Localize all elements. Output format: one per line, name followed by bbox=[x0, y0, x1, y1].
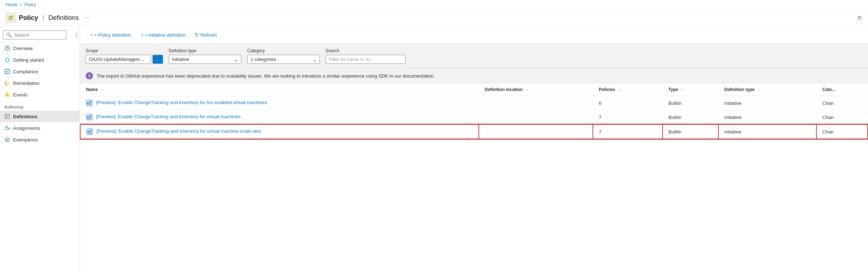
events-icon bbox=[4, 92, 10, 98]
scope-input-group: OAAS-UpdateManagem... ... bbox=[86, 55, 163, 64]
plus-policy-icon: ＋ bbox=[89, 32, 94, 38]
sidebar-item-exemptions[interactable]: Exemptions bbox=[0, 134, 80, 145]
sidebar: 🔍 《 Overview Getting started Compliance bbox=[0, 26, 80, 272]
policy-definition-button[interactable]: ＋ + Policy definition bbox=[86, 30, 135, 40]
definitions-table: Name ↑↓ Definition location ↑↓ Policies … bbox=[80, 83, 868, 139]
title-separator: | bbox=[42, 15, 44, 21]
sidebar-item-events-label: Events bbox=[13, 92, 28, 98]
authoring-section-label: Authoring bbox=[0, 100, 80, 111]
breadcrumb-home[interactable]: Home bbox=[6, 2, 17, 7]
sidebar-item-compliance[interactable]: Compliance bbox=[0, 66, 80, 77]
type-sort-icon: ↑↓ bbox=[681, 88, 684, 91]
definition-type-label: Definition type bbox=[169, 48, 241, 53]
definitions-icon bbox=[4, 114, 10, 119]
scope-filter-group: Scope OAAS-UpdateManagem... ... bbox=[86, 48, 163, 64]
svg-rect-3 bbox=[9, 19, 12, 20]
sidebar-item-remediation[interactable]: Remediation bbox=[0, 77, 80, 89]
category-select[interactable]: 1 categories All categories bbox=[247, 55, 320, 64]
table-row: [Preview]: Enable ChangeTracking and Inv… bbox=[80, 124, 868, 139]
initiative-definition-button[interactable]: ＋ + Initiative definition bbox=[136, 30, 190, 40]
row-name-link[interactable]: [Preview]: Enable ChangeTracking and Inv… bbox=[97, 128, 261, 134]
cell-name: [Preview]: Enable ChangeTracking and Inv… bbox=[80, 96, 479, 110]
cell-definition-location bbox=[479, 124, 593, 139]
definition-type-select[interactable]: Initiative All Policy bbox=[169, 55, 241, 64]
sidebar-item-remediation-label: Remediation bbox=[13, 81, 40, 86]
col-name[interactable]: Name ↑↓ bbox=[80, 83, 479, 96]
cell-definition-type: Initiative bbox=[718, 124, 816, 139]
scope-value: OAAS-UpdateManagem... bbox=[86, 55, 151, 64]
page-header: Policy | Definitions ··· ✕ bbox=[0, 10, 868, 26]
col-type[interactable]: Type ↑↓ bbox=[663, 83, 718, 96]
row-policy-icon bbox=[86, 114, 93, 120]
category-label: Category bbox=[247, 48, 320, 53]
svg-rect-31 bbox=[89, 130, 92, 131]
svg-rect-34 bbox=[87, 133, 92, 134]
close-button[interactable]: ✕ bbox=[857, 14, 862, 22]
app-title: Policy bbox=[19, 14, 38, 22]
col-policies[interactable]: Policies ↑↓ bbox=[593, 83, 663, 96]
search-input[interactable] bbox=[14, 32, 63, 38]
filter-search-input[interactable] bbox=[326, 55, 406, 64]
svg-rect-28 bbox=[87, 119, 91, 119]
col-definition-type[interactable]: Definition type ↑↓ bbox=[718, 83, 816, 96]
page-logo bbox=[6, 13, 16, 23]
plus-initiative-icon: ＋ bbox=[140, 32, 144, 38]
row-name-link[interactable]: [Preview]: Enable ChangeTracking and Inv… bbox=[96, 100, 267, 105]
sidebar-item-assignments[interactable]: Assignments bbox=[0, 122, 80, 134]
refresh-button[interactable]: ↻ Refresh bbox=[191, 30, 221, 40]
more-options-icon[interactable]: ··· bbox=[85, 15, 89, 21]
sidebar-item-getting-started[interactable]: Getting started bbox=[0, 54, 80, 66]
sidebar-item-assignments-label: Assignments bbox=[13, 125, 40, 131]
svg-rect-19 bbox=[89, 101, 91, 102]
compliance-icon bbox=[4, 69, 10, 74]
svg-rect-2 bbox=[9, 17, 13, 18]
svg-rect-20 bbox=[89, 102, 91, 103]
svg-rect-26 bbox=[89, 116, 91, 117]
notice-text: The export to GitHub experience has been… bbox=[97, 73, 435, 79]
sidebar-item-definitions[interactable]: Definitions bbox=[0, 111, 80, 122]
row-name-link[interactable]: [Preview]: Enable ChangeTracking and Inv… bbox=[96, 114, 241, 119]
cell-category: Chan bbox=[816, 124, 868, 139]
cell-definition-location bbox=[479, 110, 593, 125]
cell-type: BuiltIn bbox=[663, 124, 718, 139]
col-definition-location[interactable]: Definition location ↑↓ bbox=[479, 83, 593, 96]
page-subtitle: Definitions bbox=[48, 14, 79, 22]
sidebar-item-overview-label: Overview bbox=[13, 46, 33, 51]
filters-bar: Scope OAAS-UpdateManagem... ... Definiti… bbox=[80, 44, 868, 69]
policy-definition-label: + Policy definition bbox=[94, 32, 131, 38]
breadcrumb-policy[interactable]: Policy bbox=[24, 2, 36, 7]
remediation-icon bbox=[4, 80, 10, 86]
collapse-sidebar-button[interactable]: 《 bbox=[71, 30, 80, 41]
results-table-wrap: Name ↑↓ Definition location ↑↓ Policies … bbox=[80, 83, 868, 272]
sidebar-search-box[interactable]: 🔍 bbox=[3, 30, 66, 40]
cell-definition-location bbox=[479, 96, 593, 110]
breadcrumb-separator: > bbox=[20, 2, 22, 7]
search-filter-group: Search bbox=[326, 48, 406, 64]
notice-icon: ℹ bbox=[86, 72, 93, 79]
svg-rect-30 bbox=[87, 131, 89, 132]
row-policy-icon bbox=[86, 128, 93, 135]
scope-browse-button[interactable]: ... bbox=[152, 55, 163, 64]
sidebar-item-overview[interactable]: Overview bbox=[0, 42, 80, 54]
cell-type: BuiltIn bbox=[663, 110, 718, 125]
definition-location-sort-icon: ↑↓ bbox=[525, 88, 528, 91]
sidebar-item-exemptions-label: Exemptions bbox=[13, 137, 38, 143]
svg-rect-32 bbox=[89, 131, 92, 132]
svg-rect-18 bbox=[87, 102, 89, 104]
svg-marker-8 bbox=[5, 92, 9, 97]
refresh-label: Refresh bbox=[200, 32, 217, 38]
category-filter-group: Category 1 categories All categories bbox=[247, 48, 320, 64]
cell-type: BuiltIn bbox=[663, 96, 718, 110]
sidebar-item-events[interactable]: Events bbox=[0, 89, 80, 100]
search-icon: 🔍 bbox=[6, 32, 12, 38]
svg-point-13 bbox=[6, 126, 8, 128]
row-policy-icon bbox=[86, 100, 93, 106]
cell-category: Chan bbox=[816, 110, 868, 125]
col-category: Cate... bbox=[816, 83, 868, 96]
svg-rect-1 bbox=[9, 16, 13, 17]
getting-started-icon bbox=[4, 57, 10, 63]
cell-policies: 7 bbox=[593, 124, 663, 139]
name-sort-icon: ↑↓ bbox=[101, 88, 103, 91]
assignments-icon bbox=[4, 125, 10, 131]
cell-name: [Preview]: Enable ChangeTracking and Inv… bbox=[80, 110, 479, 125]
